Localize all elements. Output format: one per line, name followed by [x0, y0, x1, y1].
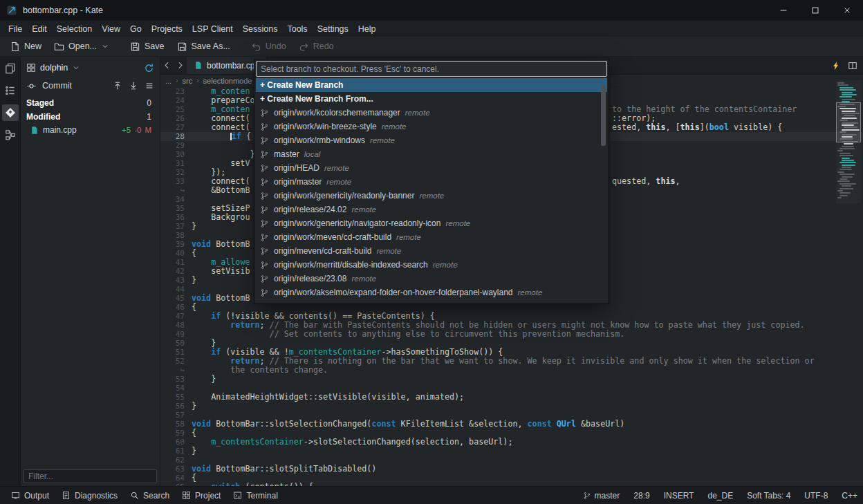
- branch-item-master[interactable]: masterlocal: [256, 147, 607, 161]
- statusbar-panel-output[interactable]: Output: [6, 488, 55, 503]
- diagnostics-icon: [62, 491, 71, 500]
- project-icon: [182, 491, 191, 500]
- open-button[interactable]: Open...: [48, 38, 115, 55]
- save-button[interactable]: Save: [124, 38, 170, 55]
- line-number: 54: [160, 384, 192, 393]
- minimap-line: [839, 87, 853, 88]
- commit-row: Commit: [21, 77, 160, 95]
- symbols-icon: [4, 84, 17, 97]
- minimap-viewport[interactable]: [836, 102, 861, 142]
- code-line-49[interactable]: 49 // Set contents to anything else to c…: [160, 330, 863, 339]
- menu-go[interactable]: Go: [125, 21, 147, 37]
- commit-button[interactable]: Commit: [26, 81, 72, 91]
- tool-documents[interactable]: [2, 60, 19, 77]
- minimap-line: [842, 185, 851, 187]
- git-branch-status[interactable]: master: [583, 491, 620, 501]
- maximize-button[interactable]: [799, 0, 831, 21]
- encoding[interactable]: UTF-8: [804, 491, 828, 501]
- breadcrumb-item[interactable]: ...: [165, 77, 171, 85]
- lightning-icon[interactable]: [831, 61, 841, 71]
- branch-item-origin-head[interactable]: origin/HEADremote: [256, 161, 607, 175]
- branch-item-origin-work-akselmo-expand-folder-on-hover-folderpanel-wayland[interactable]: origin/work/akselmo/expand-folder-on-hov…: [256, 286, 607, 299]
- statusbar-panels: OutputDiagnosticsSearchProjectTerminal: [6, 488, 284, 503]
- changed-file-row[interactable]: main.cpp +5 -0 M: [21, 124, 160, 136]
- menu-edit[interactable]: Edit: [27, 21, 52, 37]
- documents-icon: [4, 62, 17, 75]
- branch-label: origin/work/genericity/readonly-banner: [274, 191, 414, 200]
- minimize-button[interactable]: [768, 0, 799, 21]
- code-line-53[interactable]: 53 }: [160, 375, 863, 384]
- project-selector[interactable]: dolphin: [21, 59, 160, 77]
- menu-selection[interactable]: Selection: [52, 21, 97, 37]
- minimap-line: [842, 167, 851, 168]
- menu-help[interactable]: Help: [353, 21, 381, 37]
- filter-input[interactable]: [24, 469, 157, 483]
- code-line-60[interactable]: 60 m_contentsContainer->slotSelectionCha…: [160, 438, 863, 447]
- menu-view[interactable]: View: [97, 21, 125, 37]
- branch-item-origin-meven-cd-craft-build[interactable]: origin/meven/cd-craft-buildremote: [256, 244, 607, 258]
- undo-button[interactable]: Undo: [245, 38, 292, 55]
- branch-item-origin-release-23-08[interactable]: origin/release/23.08remote: [256, 272, 607, 286]
- branch-item-origin-work-genericity-navigator-readonly-icon[interactable]: origin/work/genericity/navigator-readonl…: [256, 216, 607, 230]
- code-line-wrap[interactable]: ↪ the contents change.: [160, 366, 863, 375]
- line-number: 31: [160, 159, 192, 168]
- code-line-55[interactable]: 55 AnimatedHeightWidget::setVisible(visi…: [160, 393, 863, 402]
- split-view-icon[interactable]: [848, 61, 857, 71]
- staged-section-row[interactable]: Staged 0: [21, 97, 160, 109]
- refresh-icon[interactable]: [144, 63, 154, 73]
- input-mode[interactable]: INSERT: [664, 491, 694, 501]
- branch-item-create-new-branch[interactable]: + Create New Branch: [256, 78, 607, 92]
- close-button[interactable]: [831, 0, 863, 21]
- branch-item-origin-work-win-breeze-style[interactable]: origin/work/win-breeze-styleremote: [256, 120, 607, 133]
- modified-section-row[interactable]: Modified 1: [21, 111, 160, 122]
- branch-item-origin-work-merritt-disable-indexed-search[interactable]: origin/work/merritt/disable-indexed-sear…: [256, 258, 607, 272]
- minimap-scrollbar[interactable]: [836, 80, 861, 203]
- tab-forward-icon[interactable]: [174, 57, 187, 74]
- branch-item-origin-release-24-02[interactable]: origin/release/24.02remote: [256, 203, 607, 216]
- branch-item-origin-master[interactable]: origin/masterremote: [256, 175, 607, 189]
- branch-search-input[interactable]: [256, 61, 607, 77]
- statusbar-panel-project[interactable]: Project: [176, 488, 226, 503]
- breadcrumb-item[interactable]: src: [183, 77, 193, 85]
- menu-settings[interactable]: Settings: [313, 21, 353, 37]
- branch-item-origin-work-rmb-windows[interactable]: origin/work/rmb-windowsremote: [256, 133, 607, 147]
- syntax-mode[interactable]: C++: [842, 491, 857, 501]
- branch-item-origin-work-meven-cd-craft-build[interactable]: origin/work/meven/cd-craft-buildremote: [256, 230, 607, 244]
- statusbar-panel-terminal[interactable]: Terminal: [228, 488, 283, 503]
- code-line-63[interactable]: 63void BottomBar::slotSplitTabDisabled(): [160, 465, 863, 474]
- git-branch-icon: [260, 178, 269, 187]
- tool-git[interactable]: [2, 104, 19, 121]
- git-pull-icon[interactable]: [129, 81, 138, 91]
- new-button[interactable]: New: [4, 38, 47, 55]
- menu-tools[interactable]: Tools: [282, 21, 312, 37]
- menu-sessions[interactable]: Sessions: [238, 21, 283, 37]
- code-line-61[interactable]: 61}: [160, 447, 863, 456]
- menu-lsp-client[interactable]: LSP Client: [187, 21, 238, 37]
- tool-project[interactable]: [2, 127, 19, 143]
- breadcrumb-item[interactable]: selectionmode: [203, 77, 252, 85]
- branch-item-origin-work-kcolorschememanager[interactable]: origin/work/kcolorschememanagerremote: [256, 106, 607, 120]
- chevron-down-icon: [101, 42, 109, 50]
- popup-scrollbar-thumb[interactable]: [601, 85, 606, 146]
- tab-width-setting[interactable]: Soft Tabs: 4: [747, 491, 790, 501]
- code-line-56[interactable]: 56}: [160, 402, 863, 411]
- menu-projects[interactable]: Projects: [147, 21, 187, 37]
- cursor-position[interactable]: 28:9: [633, 491, 649, 501]
- tool-symbols[interactable]: [2, 82, 19, 99]
- line-number: 61: [160, 447, 192, 456]
- kate-app-icon: [6, 5, 17, 16]
- tab-back-icon[interactable]: [160, 57, 174, 74]
- branch-item-create-new-branch-from[interactable]: + Create New Branch From...: [256, 92, 607, 106]
- statusbar-panel-diagnostics[interactable]: Diagnostics: [56, 488, 123, 503]
- save-as-button[interactable]: Save As...: [171, 38, 236, 55]
- branch-item-origin-work-genericity-readonly-banner[interactable]: origin/work/genericity/readonly-bannerre…: [256, 189, 607, 203]
- redo-button[interactable]: Redo: [293, 38, 340, 55]
- popup-scrollbar[interactable]: [600, 80, 606, 300]
- menu-file[interactable]: File: [3, 21, 27, 37]
- branch-label: origin/work/win-breeze-style: [274, 122, 377, 131]
- code-line-58[interactable]: 58void BottomBar::slotSelectionChanged(c…: [160, 420, 863, 429]
- dictionary[interactable]: de_DE: [707, 491, 733, 501]
- statusbar-panel-search[interactable]: Search: [124, 488, 175, 503]
- git-push-icon[interactable]: [113, 81, 122, 91]
- overflow-menu-icon[interactable]: [145, 81, 154, 91]
